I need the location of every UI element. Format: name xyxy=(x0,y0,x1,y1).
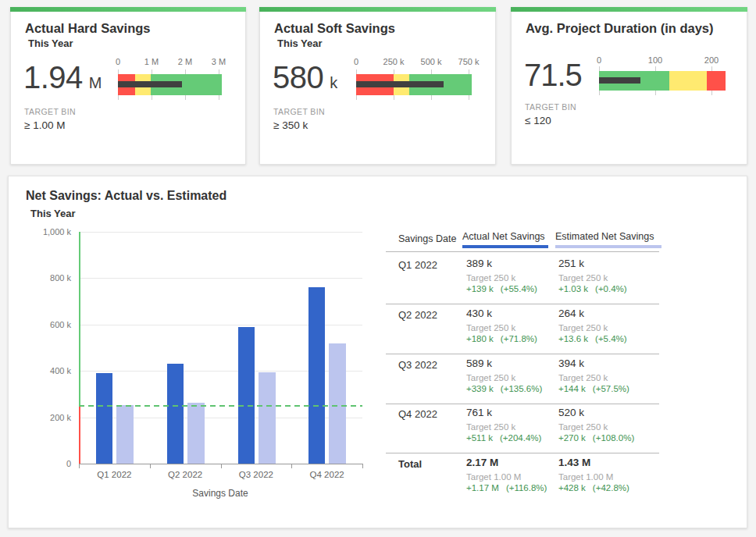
row-label-total: Total xyxy=(398,458,422,470)
kpi-subtitle: This Year xyxy=(28,37,73,49)
cell-delta: +180 k(+71.8%) xyxy=(466,334,537,343)
kpi-value: 71.5 xyxy=(524,58,588,93)
table-separator xyxy=(386,404,659,404)
kpi-card-project-duration[interactable]: Avg. Project Duration (in days) 71.5 010… xyxy=(511,7,747,165)
kpi-title: Avg. Project Duration (in days) xyxy=(526,21,714,36)
bullet-axis-label: 100 xyxy=(648,55,662,65)
row-label-q3-2022: Q3 2022 xyxy=(398,359,437,371)
cell-delta: +511 k(+204.4%) xyxy=(466,433,541,443)
cell-value: 394 k xyxy=(558,357,584,369)
bullet-axis-label: 750 k xyxy=(458,57,480,66)
table-separator xyxy=(386,453,659,453)
bullet-axis-label: 0 xyxy=(354,57,358,66)
cell-value: 430 k xyxy=(466,308,492,319)
bullet-segment-yellow xyxy=(669,71,707,91)
cell-delta: +339 k(+135.6%) xyxy=(466,384,542,393)
target-bin-label: TARGET BIN xyxy=(525,102,576,112)
cell-delta: +1.03 k(+0.4%) xyxy=(558,284,627,293)
cell-value: 389 k xyxy=(466,258,492,269)
row-label-q1-2022: Q1 2022 xyxy=(398,259,437,271)
table-separator xyxy=(386,251,659,252)
target-bin-value: ≥ 1.00 M xyxy=(24,119,65,131)
cell-value: 264 k xyxy=(558,308,584,319)
cell-delta: +139 k(+55.4%) xyxy=(466,284,537,293)
cell-target: Target 250 k xyxy=(558,373,608,382)
target-bin-label: TARGET BIN xyxy=(24,107,76,116)
target-bin-value: ≤ 120 xyxy=(525,115,551,126)
card-accent-bar xyxy=(511,7,747,12)
net-savings-panel: Net Savings: Actual vs. Estimated This Y… xyxy=(8,176,747,528)
card-accent-bar xyxy=(259,7,496,12)
kpi-value-suffix: M xyxy=(89,74,102,91)
actual-legend-bar xyxy=(462,245,548,248)
table-separator xyxy=(386,354,659,354)
table-separator xyxy=(386,304,659,304)
kpi-card-soft-savings[interactable]: Actual Soft Savings This Year 580k 0250 … xyxy=(259,7,496,165)
cell-target: Target 250 k xyxy=(466,273,515,283)
cell-delta: +428 k(+42.8%) xyxy=(558,483,629,493)
cell-delta: +270 k(+108.0%) xyxy=(558,433,634,443)
kpi-title: Actual Hard Savings xyxy=(25,21,150,36)
cell-value: 2.17 M xyxy=(466,457,498,468)
bullet-axis-label: 250 k xyxy=(383,57,405,66)
cell-delta: +1.17 M(+116.8%) xyxy=(466,483,547,493)
cell-target: Target 1.00 M xyxy=(558,472,613,482)
bullet-axis-label: 0 xyxy=(597,55,601,65)
kpi-card-hard-savings[interactable]: Actual Hard Savings This Year 1.94M 01 M… xyxy=(10,7,246,165)
target-bin-label: TARGET BIN xyxy=(273,107,325,116)
bullet-chart: 0250 k500 k750 k xyxy=(356,57,472,104)
col-header-estimated: Estimated Net Savings xyxy=(555,231,654,242)
kpi-value: 580k xyxy=(273,60,337,95)
bullet-chart: 0100200 xyxy=(599,55,726,99)
bullet-measure-bar xyxy=(599,77,640,84)
row-label-q2-2022: Q2 2022 xyxy=(398,309,437,321)
bullet-chart: 01 M2 M3 M xyxy=(118,57,222,104)
card-accent-bar xyxy=(10,7,246,12)
bullet-axis-label: 500 k xyxy=(421,57,442,66)
kpi-value-suffix: k xyxy=(330,74,337,91)
bullet-segment-red xyxy=(707,71,726,91)
bullet-axis-label: 2 M xyxy=(178,57,192,66)
cell-target: Target 250 k xyxy=(558,323,608,333)
kpi-title: Actual Soft Savings xyxy=(274,21,395,36)
cell-target: Target 250 k xyxy=(558,422,608,432)
cell-value: 1.43 M xyxy=(558,457,590,468)
cell-value: 251 k xyxy=(558,258,584,269)
bullet-axis-label: 200 xyxy=(704,55,719,65)
kpi-subtitle: This Year xyxy=(277,37,323,49)
cell-value: 520 k xyxy=(558,407,584,418)
cell-value: 761 k xyxy=(466,407,492,418)
estimated-legend-bar xyxy=(555,245,662,248)
cell-target: Target 250 k xyxy=(558,273,608,283)
bullet-axis-label: 1 M xyxy=(144,57,159,66)
savings-table: Savings DateActual Net SavingsEstimated … xyxy=(9,176,747,528)
target-line xyxy=(79,405,362,407)
col-header-actual: Actual Net Savings xyxy=(462,231,545,242)
col-header-savings-date: Savings Date xyxy=(398,233,456,244)
cell-target: Target 1.00 M xyxy=(466,472,521,482)
cell-target: Target 250 k xyxy=(466,422,515,432)
bullet-measure-bar xyxy=(118,81,182,87)
cell-value: 589 k xyxy=(466,357,492,369)
kpi-value: 1.94M xyxy=(23,60,102,95)
bullet-axis-label: 0 xyxy=(116,57,120,66)
cell-delta: +13.6 k(+5.4%) xyxy=(558,334,627,343)
bullet-axis-label: 3 M xyxy=(212,57,226,66)
target-bin-value: ≥ 350 k xyxy=(273,119,308,131)
cell-delta: +144 k(+57.5%) xyxy=(558,384,629,393)
cell-target: Target 250 k xyxy=(466,323,515,333)
bullet-measure-bar xyxy=(356,81,444,87)
cell-target: Target 250 k xyxy=(466,373,515,382)
row-label-q4-2022: Q4 2022 xyxy=(398,408,437,420)
